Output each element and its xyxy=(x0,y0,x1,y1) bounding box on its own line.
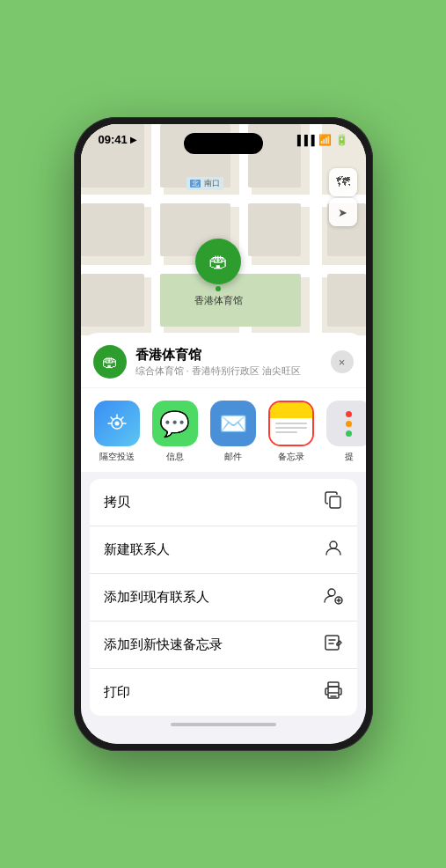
action-list: 拷贝 新建联系人 xyxy=(90,479,357,716)
location-icon: ▶ xyxy=(130,135,137,144)
pin-circle: 🏟 xyxy=(195,239,241,284)
status-icons: ▐▐▐ 📶 🔋 xyxy=(294,134,347,146)
pin-label: 香港体育馆 xyxy=(194,294,243,307)
venue-desc: 综合体育馆 · 香港特别行政区 油尖旺区 xyxy=(135,364,331,378)
share-item-more[interactable]: 提 xyxy=(322,401,366,463)
map-entrance-label: 北 南口 xyxy=(186,177,224,190)
action-copy-label: 拷贝 xyxy=(104,494,130,511)
home-indicator xyxy=(171,723,276,726)
location-button[interactable]: ➤ xyxy=(329,198,357,226)
share-item-airdrop[interactable]: 隔空投送 xyxy=(90,401,144,463)
wifi-icon: 📶 xyxy=(318,134,332,146)
quick-note-icon xyxy=(324,633,343,657)
action-add-contact[interactable]: 添加到现有联系人 xyxy=(90,574,357,622)
svg-rect-8 xyxy=(328,682,339,687)
mail-label: 邮件 xyxy=(224,451,242,463)
action-new-contact-label: 新建联系人 xyxy=(104,541,170,558)
notes-icon xyxy=(268,401,314,446)
airdrop-icon xyxy=(94,401,140,446)
share-item-mail[interactable]: ✉️ 邮件 xyxy=(206,401,260,463)
action-print[interactable]: 打印 xyxy=(90,669,357,716)
battery-icon: 🔋 xyxy=(335,134,348,146)
mail-icon: ✉️ xyxy=(210,401,256,446)
share-row: 隔空投送 💬 信息 ✉️ 邮件 xyxy=(81,388,366,472)
venue-info: 香港体育馆 综合体育馆 · 香港特别行政区 油尖旺区 xyxy=(135,347,331,378)
new-contact-icon xyxy=(324,538,343,562)
more-icon xyxy=(326,401,366,446)
print-icon xyxy=(324,680,343,704)
venue-header: 🏟 香港体育馆 综合体育馆 · 香港特别行政区 油尖旺区 × xyxy=(81,333,366,387)
dot-red xyxy=(346,411,352,417)
share-item-notes[interactable]: 备忘录 xyxy=(264,401,318,463)
copy-icon xyxy=(324,490,343,514)
svg-point-4 xyxy=(328,589,335,596)
action-copy[interactable]: 拷贝 xyxy=(90,479,357,526)
svg-point-1 xyxy=(114,422,119,426)
message-icon: 💬 xyxy=(152,401,198,446)
pin-dot xyxy=(216,286,221,291)
venue-icon: 🏟 xyxy=(93,345,127,379)
action-quick-note[interactable]: 添加到新快速备忘录 xyxy=(90,622,357,669)
venue-name: 香港体育馆 xyxy=(135,347,331,364)
add-contact-icon xyxy=(324,585,343,609)
svg-point-3 xyxy=(330,541,337,548)
close-button[interactable]: × xyxy=(331,350,354,373)
phone-screen: 09:41 ▶ ▐▐▐ 📶 🔋 xyxy=(81,124,366,744)
airdrop-label: 隔空投送 xyxy=(99,451,135,463)
map-controls: 🗺 ➤ xyxy=(329,168,357,226)
phone-frame: 09:41 ▶ ▐▐▐ 📶 🔋 xyxy=(74,117,373,751)
action-new-contact[interactable]: 新建联系人 xyxy=(90,526,357,574)
dot-orange xyxy=(346,421,352,427)
message-label: 信息 xyxy=(166,451,184,463)
more-label: 提 xyxy=(345,451,354,463)
notes-label: 备忘录 xyxy=(278,451,304,463)
bottom-sheet: 🏟 香港体育馆 综合体育馆 · 香港特别行政区 油尖旺区 × xyxy=(81,333,366,744)
status-time: 09:41 xyxy=(99,133,128,146)
dynamic-island xyxy=(184,133,263,154)
venue-pin: 🏟 香港体育馆 xyxy=(194,239,243,307)
signal-icon: ▐▐▐ xyxy=(294,135,314,145)
svg-rect-7 xyxy=(328,693,339,698)
svg-rect-6 xyxy=(325,636,339,650)
svg-rect-2 xyxy=(330,497,340,508)
action-quick-note-label: 添加到新快速备忘录 xyxy=(104,636,223,653)
dots-col xyxy=(346,411,352,437)
map-type-button[interactable]: 🗺 xyxy=(329,168,357,196)
action-print-label: 打印 xyxy=(104,684,130,701)
action-add-contact-label: 添加到现有联系人 xyxy=(104,589,209,606)
share-item-message[interactable]: 💬 信息 xyxy=(148,401,202,463)
dot-green xyxy=(346,430,352,437)
